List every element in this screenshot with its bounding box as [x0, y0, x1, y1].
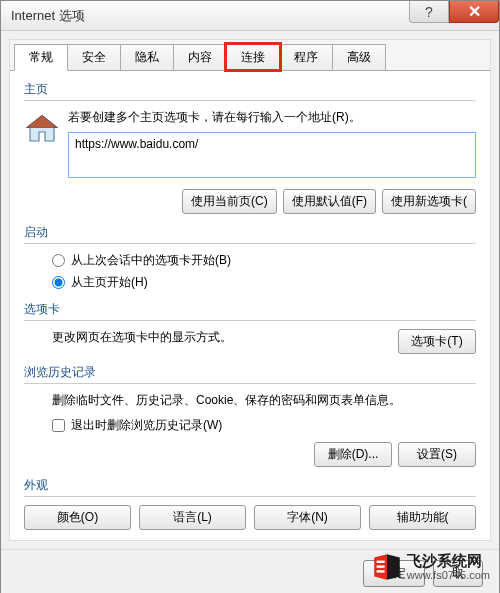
- divider: [24, 496, 476, 497]
- watermark-url: www.fs0745.com: [407, 569, 490, 581]
- homepage-label: 若要创建多个主页选项卡，请在每行输入一个地址(R)。: [68, 109, 476, 126]
- tabs-desc: 更改网页在选项卡中的显示方式。: [52, 329, 232, 346]
- use-new-tab-button[interactable]: 使用新选项卡(: [382, 189, 476, 214]
- window-title: Internet 选项: [1, 7, 409, 25]
- radio-last-session[interactable]: [52, 254, 65, 267]
- homepage-title: 主页: [24, 81, 476, 98]
- homepage-row: 若要创建多个主页选项卡，请在每行输入一个地址(R)。: [24, 109, 476, 181]
- svg-rect-3: [376, 565, 384, 567]
- svg-rect-2: [376, 561, 384, 563]
- watermark-logo-icon: [371, 551, 403, 583]
- appearance-title: 外观: [24, 477, 476, 494]
- history-section: 浏览历史记录 删除临时文件、历史记录、Cookie、保存的密码和网页表单信息。 …: [24, 364, 476, 467]
- homepage-buttons: 使用当前页(C) 使用默认值(F) 使用新选项卡(: [24, 189, 476, 214]
- svg-marker-1: [27, 116, 57, 128]
- internet-options-dialog: Internet 选项 ? ✕ 常规 安全 隐私 内容 连接 程序 高级 主页: [0, 0, 500, 593]
- home-icon: [24, 111, 60, 147]
- radio-last-session-label: 从上次会话中的选项卡开始(B): [71, 252, 231, 269]
- languages-button[interactable]: 语言(L): [139, 505, 246, 530]
- close-button[interactable]: ✕: [449, 1, 499, 23]
- startup-title: 启动: [24, 224, 476, 241]
- help-button[interactable]: ?: [409, 1, 449, 23]
- use-default-button[interactable]: 使用默认值(F): [283, 189, 376, 214]
- divider: [24, 320, 476, 321]
- delete-on-exit-row[interactable]: 退出时删除浏览历史记录(W): [52, 417, 476, 434]
- tab-security[interactable]: 安全: [67, 44, 121, 70]
- radio-last-session-row[interactable]: 从上次会话中的选项卡开始(B): [52, 252, 476, 269]
- divider: [24, 100, 476, 101]
- startup-section: 启动 从上次会话中的选项卡开始(B) 从主页开始(H): [24, 224, 476, 291]
- titlebar: Internet 选项 ? ✕: [1, 1, 499, 31]
- colors-button[interactable]: 颜色(O): [24, 505, 131, 530]
- window-controls: ? ✕: [409, 1, 499, 30]
- watermark: 飞沙系统网 www.fs0745.com: [371, 551, 490, 583]
- history-title: 浏览历史记录: [24, 364, 476, 381]
- tabs-button[interactable]: 选项卡(T): [398, 329, 476, 354]
- appearance-section: 外观 颜色(O) 语言(L) 字体(N) 辅助功能(: [24, 477, 476, 530]
- tab-connections[interactable]: 连接: [226, 44, 280, 70]
- use-current-button[interactable]: 使用当前页(C): [182, 189, 277, 214]
- tab-programs[interactable]: 程序: [279, 44, 333, 70]
- history-desc: 删除临时文件、历史记录、Cookie、保存的密码和网页表单信息。: [52, 392, 476, 409]
- tabs-section: 选项卡 更改网页在选项卡中的显示方式。 选项卡(T): [24, 301, 476, 354]
- delete-on-exit-label: 退出时删除浏览历史记录(W): [71, 417, 222, 434]
- homepage-right: 若要创建多个主页选项卡，请在每行输入一个地址(R)。: [68, 109, 476, 181]
- tab-advanced[interactable]: 高级: [332, 44, 386, 70]
- homepage-input[interactable]: [68, 132, 476, 178]
- watermark-title: 飞沙系统网: [407, 553, 490, 570]
- radio-home-label: 从主页开始(H): [71, 274, 148, 291]
- radio-home[interactable]: [52, 276, 65, 289]
- fonts-button[interactable]: 字体(N): [254, 505, 361, 530]
- tab-privacy[interactable]: 隐私: [120, 44, 174, 70]
- tabs-section-title: 选项卡: [24, 301, 476, 318]
- delete-button[interactable]: 删除(D)...: [314, 442, 392, 467]
- delete-on-exit-checkbox[interactable]: [52, 419, 65, 432]
- dialog-content: 常规 安全 隐私 内容 连接 程序 高级 主页 若要创建多个主页选项卡，请在每行…: [9, 39, 491, 541]
- help-icon: ?: [425, 4, 433, 20]
- divider: [24, 383, 476, 384]
- radio-home-row[interactable]: 从主页开始(H): [52, 274, 476, 291]
- general-panel: 主页 若要创建多个主页选项卡，请在每行输入一个地址(R)。 使用当前页(C) 使…: [10, 71, 490, 540]
- svg-rect-4: [376, 570, 384, 572]
- close-icon: ✕: [468, 2, 481, 21]
- divider: [24, 243, 476, 244]
- tab-general[interactable]: 常规: [14, 44, 68, 71]
- accessibility-button[interactable]: 辅助功能(: [369, 505, 476, 530]
- tabstrip: 常规 安全 隐私 内容 连接 程序 高级: [10, 40, 490, 71]
- history-settings-button[interactable]: 设置(S): [398, 442, 476, 467]
- tab-content[interactable]: 内容: [173, 44, 227, 70]
